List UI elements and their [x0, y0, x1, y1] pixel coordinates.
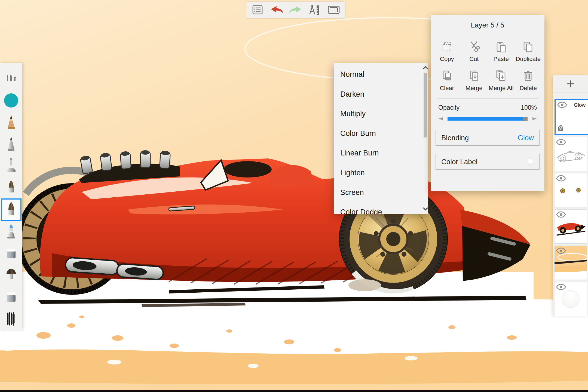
menu-list-button[interactable]	[250, 3, 265, 16]
clear-icon	[441, 70, 453, 82]
paste-icon	[495, 41, 507, 53]
brush-tool-rail	[0, 63, 22, 330]
selected-brush-icon	[6, 201, 16, 218]
top-toolbar	[246, 2, 345, 18]
clear-button[interactable]: Clear	[433, 70, 461, 92]
blend-mode-menu: Normal Darken Multiply Color Burn Linear…	[334, 63, 428, 214]
tool-flat-eraser[interactable]	[1, 286, 21, 308]
delete-button[interactable]: Delete	[515, 70, 542, 92]
duplicate-button[interactable]: Duplicate	[515, 41, 542, 63]
opacity-slider[interactable]	[431, 117, 544, 121]
opacity-decrease-icon[interactable]	[437, 117, 443, 121]
canvas-view-icon	[328, 5, 340, 14]
redo-button[interactable]	[289, 3, 303, 16]
small-brush-icon	[6, 180, 16, 195]
flat-eraser-icon	[5, 291, 17, 303]
layer-tile-glow[interactable]: Glow	[555, 99, 588, 135]
tool-brush-library[interactable]	[1, 68, 21, 90]
opacity-slider-track[interactable]	[448, 117, 528, 121]
layer-properties-panel: Layer 5 / 5 Copy Cut Pa	[431, 15, 544, 191]
layer-visibility-eye-icon[interactable]	[557, 102, 567, 108]
layer-visibility-eye-icon[interactable]	[556, 211, 566, 218]
marker-icon	[5, 224, 18, 240]
opacity-increase-icon[interactable]	[532, 117, 538, 121]
blending-row[interactable]: Blending Glow	[436, 130, 540, 146]
undo-button[interactable]	[270, 3, 284, 16]
divider	[437, 98, 538, 99]
merge-all-label: Merge All	[489, 85, 514, 92]
blending-label: Blending	[441, 134, 469, 142]
color-puck[interactable]	[1, 90, 21, 111]
layer-tile-sketch[interactable]	[555, 137, 587, 171]
layer-visibility-eye-icon[interactable]	[556, 175, 566, 182]
layer-panel-title: Layer 5 / 5	[431, 21, 544, 29]
duplicate-icon	[522, 41, 534, 53]
merge-button[interactable]: Merge	[461, 70, 488, 92]
menu-scroll-thumb[interactable]	[424, 73, 427, 137]
opacity-value: 100%	[521, 104, 537, 111]
scroll-up-icon[interactable]	[422, 66, 428, 70]
duplicate-label: Duplicate	[516, 56, 541, 63]
tool-small-brush[interactable]	[1, 177, 21, 198]
blend-option-color-burn[interactable]: Color Burn	[334, 124, 428, 143]
merge-all-button[interactable]: Merge All	[488, 70, 515, 92]
layer-tile-wheels[interactable]	[555, 173, 587, 207]
cut-label: Cut	[469, 56, 479, 63]
copy-icon	[441, 41, 453, 53]
tool-eraser[interactable]	[1, 243, 21, 264]
tool-ballpoint-pen[interactable]	[1, 133, 21, 155]
tool-round-brush[interactable]	[1, 264, 21, 286]
blend-option-lighten[interactable]: Lighten	[334, 163, 428, 183]
layer-tile-red-car[interactable]	[555, 210, 587, 243]
copy-button[interactable]: Copy	[433, 41, 461, 63]
add-layer-button[interactable]: +	[553, 75, 588, 93]
tool-selected-brush[interactable]	[1, 198, 22, 221]
color-label-swatch[interactable]	[527, 158, 534, 165]
canvas-edge	[0, 390, 588, 392]
paste-button[interactable]: Paste	[488, 41, 515, 63]
merge-label: Merge	[465, 85, 482, 92]
cut-icon	[468, 41, 480, 53]
brush-library-icon	[5, 74, 17, 83]
precision-tools-button[interactable]	[308, 3, 322, 16]
tool-streak-brush[interactable]	[1, 308, 21, 330]
eraser-icon	[5, 247, 17, 260]
precision-tools-icon	[308, 4, 321, 15]
delete-icon	[522, 70, 534, 82]
canvas-view-button[interactable]	[327, 3, 341, 16]
scroll-down-icon[interactable]	[422, 207, 428, 211]
menu-scrollbar[interactable]	[423, 65, 427, 212]
opacity-slider-thumb[interactable]	[523, 117, 528, 121]
merge-all-icon	[495, 70, 507, 82]
nib-pen-icon	[5, 158, 17, 174]
clear-label: Clear	[440, 85, 454, 92]
merge-icon	[468, 70, 480, 82]
texture-blend-badge-icon	[558, 125, 564, 131]
round-brush-icon	[5, 268, 17, 283]
blend-option-color-dodge[interactable]: Color Dodge	[334, 202, 428, 214]
ballpoint-pen-icon	[6, 136, 17, 152]
current-color-swatch	[4, 93, 18, 108]
pencil-icon	[6, 115, 17, 130]
cut-button[interactable]: Cut	[461, 41, 488, 63]
layer-visibility-eye-icon[interactable]	[556, 139, 566, 145]
blend-option-multiply[interactable]: Multiply	[334, 104, 428, 124]
color-label-text: Color Label	[441, 158, 477, 166]
tool-marker[interactable]	[1, 221, 21, 243]
layer-name-label: Glow	[574, 102, 586, 108]
color-label-row[interactable]: Color Label	[436, 154, 540, 170]
tool-pencil[interactable]	[1, 111, 21, 133]
layer-tile-base-circle[interactable]	[555, 282, 587, 316]
layer-tile-background[interactable]	[555, 246, 587, 280]
blend-option-normal[interactable]: Normal	[334, 65, 428, 84]
layer-visibility-eye-icon[interactable]	[556, 284, 566, 290]
undo-icon	[270, 5, 284, 15]
tool-nib-pen[interactable]	[1, 155, 21, 177]
blending-value[interactable]: Glow	[518, 134, 534, 142]
blend-option-darken[interactable]: Darken	[334, 84, 428, 104]
blend-option-linear-burn[interactable]: Linear Burn	[334, 143, 428, 163]
layers-strip: + Glow	[553, 75, 588, 315]
blend-option-screen[interactable]: Screen	[334, 183, 428, 202]
layer-visibility-eye-icon[interactable]	[556, 247, 566, 254]
paste-label: Paste	[494, 56, 509, 63]
